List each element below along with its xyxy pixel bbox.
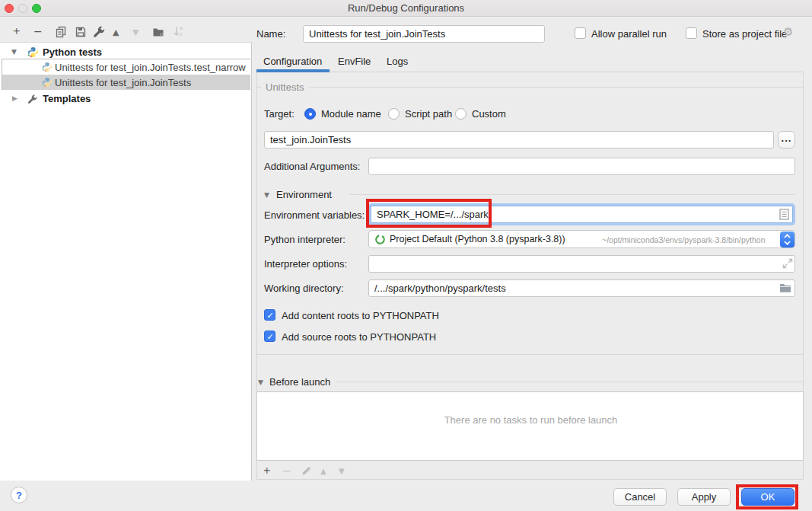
interpreter-options-label: Interpreter options: — [264, 258, 347, 270]
save-configuration-icon[interactable] — [75, 26, 87, 41]
store-as-project-file-checkbox[interactable] — [686, 27, 697, 39]
tree-item-label: Templates — [43, 93, 244, 104]
add-source-roots-label[interactable]: Add source roots to PYTHONPATH — [282, 331, 436, 343]
target-input[interactable] — [264, 131, 774, 149]
folder-icon[interactable] — [779, 283, 791, 296]
chevron-right-icon[interactable]: ▶ — [12, 95, 18, 102]
before-launch-empty-message: There are no tasks to run before launch — [257, 414, 804, 426]
working-directory-input[interactable] — [368, 279, 795, 297]
move-down-icon: ▼ — [132, 28, 139, 37]
store-as-project-file-label: Store as project file — [702, 28, 787, 40]
target-script-path-radio[interactable] — [388, 108, 400, 120]
chevron-up-down-icon — [780, 232, 794, 248]
remove-icon[interactable]: − — [33, 26, 43, 37]
tree-item-python-tests[interactable]: ▼ Python tests — [0, 44, 252, 59]
tree-item-label: Unittests for test_join.JoinTests.test_n… — [55, 62, 250, 73]
python-tests-icon — [42, 77, 53, 91]
target-custom-label[interactable]: Custom — [472, 108, 506, 120]
name-label: Name: — [256, 28, 285, 40]
environment-section-divider — [349, 194, 795, 195]
add-icon[interactable]: ＋ — [11, 25, 22, 37]
title-bar: Run/Debug Configurations — [0, 0, 812, 17]
target-script-path-label[interactable]: Script path — [405, 108, 452, 120]
python-interpreter-path: ~/opt/miniconda3/envs/pyspark-3.8/bin/py… — [602, 235, 766, 244]
target-label: Target: — [264, 108, 295, 120]
edit-templates-icon[interactable] — [93, 25, 106, 41]
allow-parallel-run-label: Allow parallel run — [591, 28, 667, 40]
python-interpreter-dropdown[interactable]: Project Default (Python 3.8 (pyspark-3.8… — [368, 230, 795, 248]
before-launch-section-title: Before launch — [269, 376, 330, 388]
tree-item-unittests-jointests[interactable]: Unittests for test_join.JoinTests — [2, 75, 250, 90]
create-new-folder-icon[interactable] — [152, 26, 165, 41]
apply-button[interactable]: Apply — [677, 488, 731, 506]
cancel-button[interactable]: Cancel — [613, 488, 667, 506]
tree-item-label: Python tests — [43, 46, 244, 58]
sort-configurations-icon: az — [173, 25, 185, 41]
help-button[interactable]: ? — [11, 487, 27, 503]
allow-parallel-run-checkbox[interactable] — [575, 27, 586, 39]
tab-logs[interactable]: Logs — [387, 56, 408, 67]
environment-collapse-icon[interactable]: ▼ — [264, 192, 269, 199]
move-up-icon[interactable]: ▲ — [113, 28, 119, 37]
python-interpreter-value: Project Default (Python 3.8 (pyspark-3.8… — [390, 234, 565, 244]
tree-item-templates[interactable]: ▶ Templates — [0, 91, 252, 106]
templates-icon — [27, 94, 38, 107]
configurations-tree-panel: ▼ Python tests Unittests for test_join.J… — [0, 42, 252, 481]
before-launch-collapse-icon[interactable]: ▼ — [258, 379, 263, 386]
before-launch-task-list[interactable]: There are no tasks to run before launch — [256, 391, 804, 461]
remove-task-icon: − — [282, 465, 291, 476]
conda-environment-icon — [374, 234, 386, 248]
add-task-icon[interactable]: ＋ — [261, 465, 272, 476]
python-interpreter-label: Python interpreter: — [264, 234, 345, 245]
target-custom-radio[interactable] — [455, 108, 467, 120]
expand-field-icon[interactable] — [782, 258, 793, 272]
chevron-down-icon[interactable]: ▼ — [11, 49, 17, 56]
additional-arguments-label: Additional Arguments: — [264, 161, 360, 172]
tree-item-label: Unittests for test_join.JoinTests — [55, 77, 250, 88]
add-content-roots-checkbox[interactable] — [264, 309, 275, 321]
tab-envfile[interactable]: EnvFile — [338, 56, 371, 67]
ok-button[interactable]: OK — [741, 488, 794, 506]
gear-icon[interactable]: ⚙ — [783, 27, 793, 38]
tree-item-unittests-test-narrow[interactable]: Unittests for test_join.JoinTests.test_n… — [2, 59, 250, 75]
move-task-down-icon: ▼ — [339, 468, 345, 475]
environment-variables-list-icon[interactable] — [779, 209, 789, 223]
interpreter-options-input[interactable] — [368, 255, 795, 273]
python-tests-icon — [42, 62, 53, 75]
move-task-up-icon: ▲ — [320, 468, 326, 475]
run-debug-configurations-dialog: { "window": { "title": "Run/Debug Config… — [0, 0, 812, 511]
target-module-name-radio[interactable] — [304, 108, 316, 120]
svg-text:a: a — [180, 25, 183, 31]
svg-text:z: z — [180, 31, 183, 37]
unittests-section-title: Unittests — [261, 81, 309, 93]
before-launch-section-divider — [336, 382, 804, 382]
add-source-roots-checkbox[interactable] — [264, 331, 275, 342]
additional-arguments-input[interactable] — [368, 158, 795, 175]
browse-button[interactable]: ... — [778, 131, 795, 149]
environment-variables-input[interactable] — [371, 206, 793, 223]
add-content-roots-label[interactable]: Add content roots to PYTHONPATH — [282, 310, 439, 321]
name-input[interactable] — [303, 25, 545, 43]
dropdown-stepper-button[interactable] — [780, 232, 794, 248]
edit-task-icon — [301, 465, 312, 479]
target-module-name-label[interactable]: Module name — [321, 108, 381, 120]
tab-configuration[interactable]: Configuration — [263, 56, 322, 67]
window-title: Run/Debug Configurations — [0, 2, 812, 14]
environment-section-title: Environment — [276, 189, 332, 200]
working-directory-label: Working directory: — [264, 283, 344, 294]
copy-configuration-icon[interactable] — [55, 26, 67, 41]
environment-variables-label: Environment variables: — [264, 209, 365, 221]
